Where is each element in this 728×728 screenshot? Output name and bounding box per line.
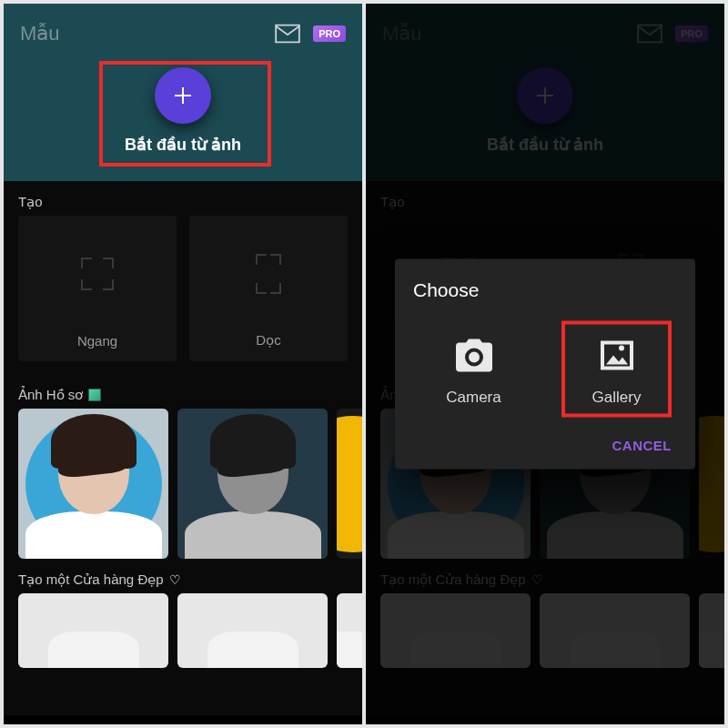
create-landscape[interactable]: Ngang — [18, 216, 177, 361]
create-portrait[interactable]: Dọc — [189, 216, 348, 361]
shop-template-2[interactable] — [177, 593, 328, 668]
bottom-nav — [366, 715, 724, 724]
choose-gallery[interactable]: Gallery — [556, 323, 677, 416]
page-title: Mẫu — [20, 22, 275, 46]
choose-camera[interactable]: Camera — [413, 323, 534, 416]
crop-icon — [256, 254, 281, 294]
create-section: Tạo — [4, 181, 362, 216]
create-label: Ngang — [18, 333, 177, 349]
heart-icon: ♡ — [169, 572, 181, 587]
phone-left: Mẫu PRO Bắt đầu từ ảnh Tạo Ngang Dọc Ảnh… — [4, 4, 362, 724]
highlight-gallery — [561, 321, 672, 418]
dialog-title: Choose — [413, 279, 677, 301]
camera-label: Camera — [420, 389, 527, 407]
bottom-nav — [4, 715, 362, 724]
header: Mẫu PRO Bắt đầu từ ảnh — [4, 4, 362, 181]
profile-header: Ảnh Hồ sơ — [18, 387, 348, 403]
shop-template-1[interactable] — [18, 593, 168, 668]
profile-template-1[interactable] — [18, 409, 168, 559]
create-header: Tạo — [18, 194, 348, 210]
crop-icon — [81, 258, 114, 290]
phone-right: Mẫu PRO Bắt đầu từ ảnh Tạo Ảnh Hồ sơ — [366, 4, 724, 724]
cancel-button[interactable]: CANCEL — [607, 430, 678, 460]
create-label: Dọc — [189, 332, 348, 349]
mail-icon[interactable] — [275, 24, 300, 44]
sparkle-icon — [88, 389, 101, 401]
shop-header: Tạo một Cửa hàng Đẹp♡ — [18, 571, 348, 588]
profile-template-3[interactable] — [337, 409, 362, 559]
profile-section: Ảnh Hồ sơ — [4, 374, 362, 409]
choose-dialog: Choose Camera Gallery CANCEL — [395, 259, 695, 470]
pro-badge[interactable]: PRO — [313, 25, 346, 42]
camera-icon — [420, 332, 527, 379]
profile-template-2[interactable] — [177, 409, 328, 559]
highlight-start — [99, 61, 271, 167]
shop-section: Tạo một Cửa hàng Đẹp♡ — [4, 559, 362, 593]
shop-template-3[interactable] — [337, 593, 362, 668]
